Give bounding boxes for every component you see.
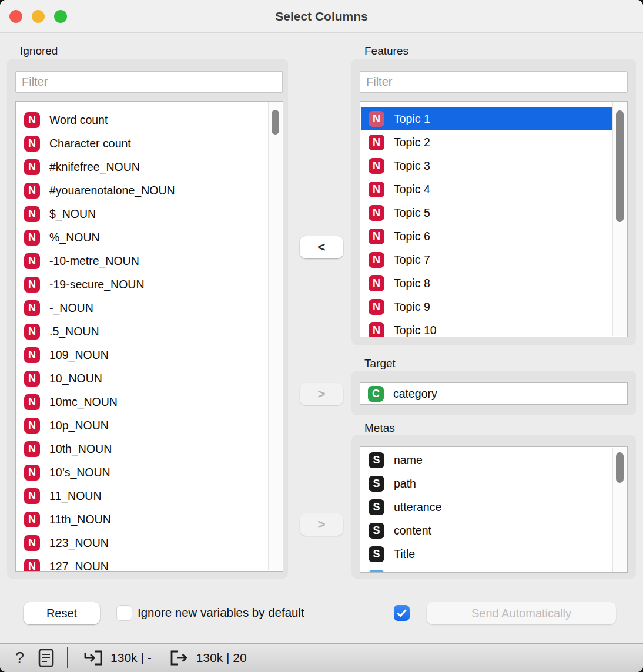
output-count-text: 130k | 20 bbox=[196, 651, 247, 665]
features-scrollbar-thumb[interactable] bbox=[616, 110, 624, 222]
list-item-label: #youarenotalone_NOUN bbox=[49, 184, 175, 197]
string-variable-icon: S bbox=[369, 499, 384, 515]
list-item[interactable]: S path bbox=[361, 472, 613, 495]
send-automatically-button[interactable]: Send Automatically bbox=[427, 602, 616, 624]
list-item[interactable]: N Topic 8 bbox=[361, 271, 613, 295]
traffic-lights bbox=[0, 0, 67, 32]
report-icon[interactable] bbox=[38, 649, 54, 667]
numeric-variable-icon: N bbox=[24, 183, 40, 199]
list-item-label: Character count bbox=[49, 137, 131, 150]
input-count-text: 130k | - bbox=[110, 651, 152, 665]
list-item[interactable]: N #knifefree_NOUN bbox=[16, 155, 269, 179]
metas-scrollbar-thumb[interactable] bbox=[616, 452, 624, 483]
list-item-label: Topic 3 bbox=[394, 159, 430, 173]
numeric-variable-icon: N bbox=[369, 275, 384, 291]
target-item-label[interactable]: category bbox=[393, 387, 437, 401]
list-item[interactable]: N 11_NOUN bbox=[16, 484, 269, 508]
numeric-variable-icon: N bbox=[369, 322, 384, 338]
numeric-variable-icon: N bbox=[24, 559, 40, 572]
ignored-scrollbar-thumb[interactable] bbox=[272, 110, 279, 135]
string-variable-icon: S bbox=[369, 476, 384, 492]
numeric-variable-icon: N bbox=[24, 488, 40, 504]
minimize-icon[interactable] bbox=[32, 10, 45, 23]
ignored-filter-input[interactable] bbox=[15, 71, 283, 93]
list-item[interactable]: N .5_NOUN bbox=[16, 320, 269, 343]
numeric-variable-icon: N bbox=[24, 300, 40, 316]
move-to-target-button[interactable]: > bbox=[300, 383, 343, 405]
features-scrollbar[interactable] bbox=[612, 102, 627, 336]
list-item[interactable]: N 10mc_NOUN bbox=[16, 390, 269, 414]
close-icon[interactable] bbox=[9, 10, 22, 23]
numeric-variable-icon: N bbox=[369, 135, 384, 150]
list-item[interactable]: N $_NOUN bbox=[16, 202, 269, 226]
list-item[interactable]: N Character count bbox=[16, 132, 269, 155]
zoom-icon[interactable] bbox=[54, 10, 67, 23]
list-item[interactable]: N Word count bbox=[16, 108, 269, 132]
metas-scrollbar[interactable] bbox=[612, 448, 627, 572]
list-item[interactable]: N %_NOUN bbox=[16, 226, 269, 249]
send-automatically-checkbox[interactable] bbox=[394, 605, 410, 621]
numeric-variable-icon: N bbox=[24, 394, 40, 410]
list-item[interactable]: N #youarenotalone_NOUN bbox=[16, 179, 269, 202]
list-item[interactable]: N Topic 7 bbox=[361, 248, 613, 271]
numeric-variable-icon: N bbox=[369, 299, 384, 315]
list-item[interactable]: N -_NOUN bbox=[16, 296, 269, 320]
list-item[interactable]: N 10p_NOUN bbox=[16, 414, 269, 437]
metas-list[interactable]: S name S path S utterance S content bbox=[360, 446, 628, 573]
numeric-variable-icon: N bbox=[369, 111, 384, 127]
list-item[interactable]: N 10th_NOUN bbox=[16, 437, 269, 461]
numeric-variable-icon: N bbox=[24, 230, 40, 246]
ignored-scrollbar[interactable] bbox=[268, 102, 282, 570]
list-item[interactable]: N Topic 2 bbox=[361, 130, 613, 154]
string-variable-icon: S bbox=[369, 523, 384, 539]
input-count-icon[interactable] bbox=[83, 649, 103, 667]
list-item[interactable]: N 11th_NOUN bbox=[16, 508, 269, 531]
output-count-icon[interactable] bbox=[169, 649, 189, 667]
categorical-variable-icon: C bbox=[368, 386, 384, 402]
list-item-label: 109_NOUN bbox=[49, 348, 109, 362]
list-item-label: #knifefree_NOUN bbox=[49, 160, 140, 174]
list-item[interactable]: N 123_NOUN bbox=[16, 531, 269, 555]
list-item[interactable]: N 10_NOUN bbox=[16, 367, 269, 390]
list-item[interactable]: N -10-metre_NOUN bbox=[16, 249, 269, 273]
list-item[interactable]: S Title bbox=[361, 542, 613, 566]
list-item[interactable]: N Topic 3 bbox=[361, 154, 613, 177]
move-to-ignored-button[interactable]: < bbox=[300, 236, 343, 258]
list-item[interactable]: N Topic 4 bbox=[361, 177, 613, 201]
numeric-variable-icon: N bbox=[24, 206, 40, 222]
list-item-label: utterance bbox=[394, 500, 441, 514]
list-item[interactable]: N -19-secure_NOUN bbox=[16, 273, 269, 296]
features-filter-input[interactable] bbox=[360, 71, 628, 93]
status-bar: ? 130k | - 130k bbox=[0, 643, 643, 672]
list-item[interactable]: S content bbox=[361, 519, 613, 542]
list-item[interactable]: S name bbox=[361, 448, 613, 472]
list-item-label: 127_NOUN bbox=[49, 560, 109, 572]
ignored-section-label: Ignored bbox=[20, 45, 58, 58]
list-item-label: content bbox=[394, 524, 431, 537]
ignore-new-variables-checkbox[interactable] bbox=[116, 605, 132, 621]
list-item[interactable]: N Topic 6 bbox=[361, 224, 613, 248]
list-item[interactable]: S utterance bbox=[361, 495, 613, 519]
target-list[interactable]: C category bbox=[360, 382, 628, 405]
reset-button[interactable]: Reset bbox=[24, 602, 100, 624]
list-item[interactable]: N 109_NOUN bbox=[16, 343, 269, 367]
numeric-variable-icon: N bbox=[24, 347, 40, 363]
list-item[interactable] bbox=[361, 566, 613, 573]
ignore-new-variables-label[interactable]: Ignore new variables by default bbox=[138, 606, 304, 620]
target-section-label: Target bbox=[364, 357, 396, 370]
list-item[interactable]: N Topic 1 bbox=[361, 107, 613, 130]
string-variable-icon bbox=[369, 570, 384, 573]
list-item-label: 10p_NOUN bbox=[49, 419, 109, 432]
move-to-metas-button[interactable]: > bbox=[300, 513, 343, 536]
features-list[interactable]: N Topic 1 N Topic 2 N Topic 3 N Topic 4 bbox=[360, 101, 628, 337]
list-item[interactable]: N Topic 9 bbox=[361, 295, 613, 318]
list-item[interactable]: N Topic 5 bbox=[361, 201, 613, 224]
list-item-label: 10’s_NOUN bbox=[49, 466, 110, 479]
list-item[interactable]: N 127_NOUN bbox=[16, 555, 269, 572]
numeric-variable-icon: N bbox=[369, 182, 384, 197]
list-item[interactable]: N 10’s_NOUN bbox=[16, 461, 269, 484]
list-item[interactable]: N Topic 10 bbox=[361, 318, 613, 337]
ignored-rows: N Word count N Character count N #knifef… bbox=[16, 108, 269, 572]
ignored-list[interactable]: N Word count N Character count N #knifef… bbox=[15, 101, 283, 572]
help-icon[interactable]: ? bbox=[15, 649, 24, 667]
